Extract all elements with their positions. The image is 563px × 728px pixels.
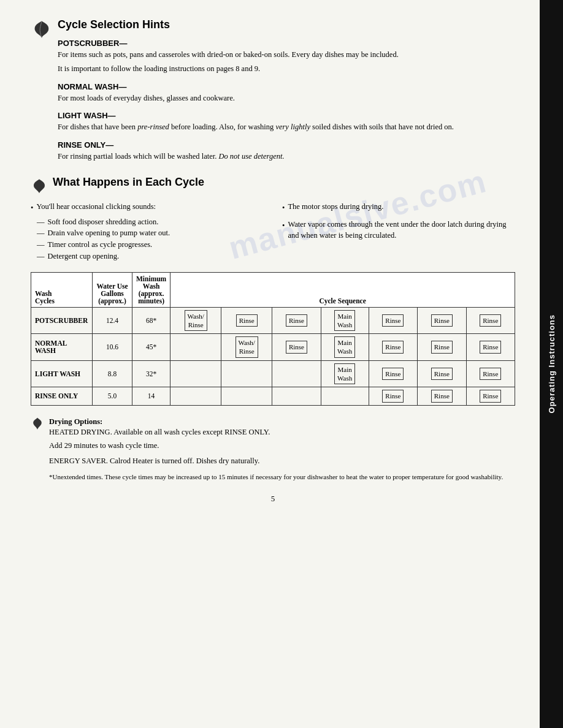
seq-cell: Rinse	[272, 307, 321, 334]
seq-cell: Rinse	[418, 334, 466, 361]
heated-drying-text: HEATED DRYING. Available on all wash cyc…	[49, 427, 503, 438]
normal-wash-text: For most loads of everyday dishes, glass…	[58, 93, 515, 104]
cycle-name-light: LIGHT WASH	[31, 360, 93, 387]
cycle-selection-title: Cycle Selection Hints	[58, 18, 515, 31]
water-vapor-text: Water vapor comes through the vent under…	[288, 219, 515, 242]
normal-wash-label: NORMAL WASH—	[58, 82, 515, 91]
what-happens-icon	[31, 177, 48, 194]
seq-cell	[321, 387, 369, 405]
seq-cell: Rinse	[221, 307, 272, 334]
right-tab: Operating Instructions	[540, 0, 563, 728]
rinse-only-text: For rinsing partial loads which will be …	[58, 151, 515, 162]
seq-cell: Wash/Rinse	[221, 334, 272, 361]
seq-cell: Rinse	[369, 334, 417, 361]
seq-cell: Rinse	[272, 334, 321, 361]
clicking-sounds-bullet: • You'll hear occasional clicking sounds…	[31, 201, 264, 214]
dash-item-3: — Timer control as cycle progresses.	[37, 239, 264, 251]
normal-min: 45*	[132, 334, 170, 361]
drying-icon	[31, 417, 44, 430]
potscrubber-text2: It is important to follow the loading in…	[58, 63, 515, 75]
light-wash-text: For dishes that have been pre-rinsed bef…	[58, 121, 515, 133]
energy-saver-text: ENERGY SAVER. Calrod Heater is turned of…	[49, 455, 503, 467]
cycle-name-potscrubber: POTSCRUBBER	[31, 307, 93, 334]
table-header-wash-cycles: WashCycles	[31, 272, 93, 307]
table-row: POTSCRUBBER 12.4 68* Wash/Rinse Rinse Ri…	[31, 307, 515, 334]
seq-cell: Rinse	[369, 307, 417, 334]
seq-cell: Wash/Rinse	[170, 307, 221, 334]
seq-cell: Rinse	[418, 360, 466, 387]
table-row: NORMAL WASH 10.6 45* Wash/Rinse Rinse Ma…	[31, 334, 515, 361]
dash-item-4: — Detergent cup opening.	[37, 251, 264, 262]
seq-cell: Rinse	[418, 307, 466, 334]
seq-cell: Rinse	[466, 307, 515, 334]
table-row: LIGHT WASH 8.8 32* MainWash Rinse Rinse …	[31, 360, 515, 387]
heated-drying-text2: Add 29 minutes to wash cycle time.	[49, 440, 503, 452]
right-column: • The motor stops during drying. • Water…	[282, 201, 515, 262]
seq-cell	[170, 334, 221, 361]
table-header-min-wash: MinimumWash(approx.minutes)	[132, 272, 170, 307]
seq-cell: Rinse	[466, 334, 515, 361]
bullet-icon-2: •	[282, 202, 285, 214]
section-icon	[31, 18, 53, 40]
rinse-water: 5.0	[93, 387, 132, 405]
cycle-name-normal: NORMAL WASH	[31, 334, 93, 361]
rinse-only-label: RINSE ONLY—	[58, 140, 515, 150]
seq-cell	[272, 360, 321, 387]
seq-cell: Rinse	[466, 387, 515, 405]
motor-stops-bullet: • The motor stops during drying.	[282, 201, 515, 214]
drying-section: Drying Options: HEATED DRYING. Available…	[31, 415, 515, 482]
left-column: • You'll hear occasional clicking sounds…	[31, 201, 264, 262]
page-number: 5	[31, 494, 515, 504]
seq-cell: MainWash	[321, 307, 369, 334]
cycle-name-rinse: RINSE ONLY	[31, 387, 93, 405]
light-water: 8.8	[93, 360, 132, 387]
what-happens-title: What Happens in Each Cycle	[53, 176, 204, 189]
bullet-icon: •	[31, 202, 33, 214]
seq-cell: Rinse	[466, 360, 515, 387]
bullet-icon-3: •	[282, 220, 285, 232]
seq-cell	[221, 360, 272, 387]
seq-cell: MainWash	[321, 334, 369, 361]
water-vapor-bullet: • Water vapor comes through the vent und…	[282, 219, 515, 242]
clicking-sounds-text: You'll hear occasional clicking sounds:	[36, 201, 156, 213]
seq-cell: MainWash	[321, 360, 369, 387]
right-tab-text: Operating Instructions	[547, 314, 556, 413]
table-row: RINSE ONLY 5.0 14 Rinse Rinse Rinse	[31, 387, 515, 405]
drying-title: Drying Options:	[49, 417, 102, 426]
cycle-table: WashCycles Water UseGallons(approx.) Min…	[31, 272, 515, 406]
seq-cell	[170, 360, 221, 387]
seq-cell: Rinse	[418, 387, 466, 405]
rinse-min: 14	[132, 387, 170, 405]
potscrubber-label: POTSCRUBBER—	[58, 39, 515, 48]
table-header-water-use: Water UseGallons(approx.)	[93, 272, 132, 307]
dash-item-2: — Drain valve opening to pump water out.	[37, 227, 264, 239]
seq-cell	[272, 387, 321, 405]
potscrubber-water: 12.4	[93, 307, 132, 334]
seq-cell: Rinse	[369, 360, 417, 387]
normal-water: 10.6	[93, 334, 132, 361]
motor-stops-text: The motor stops during drying.	[288, 201, 383, 213]
seq-cell	[170, 387, 221, 405]
footnote-text: *Unextended times. These cycle times may…	[49, 472, 503, 482]
potscrubber-min: 68*	[132, 307, 170, 334]
dash-item-1: — Soft food disposer shredding action.	[37, 216, 264, 228]
light-wash-label: LIGHT WASH—	[58, 111, 515, 120]
potscrubber-text1: For items such as pots, pans and cassero…	[58, 49, 515, 61]
table-header-cycle-seq: Cycle Sequence	[170, 272, 515, 307]
seq-cell: Rinse	[369, 387, 417, 405]
seq-cell	[221, 387, 272, 405]
light-min: 32*	[132, 360, 170, 387]
